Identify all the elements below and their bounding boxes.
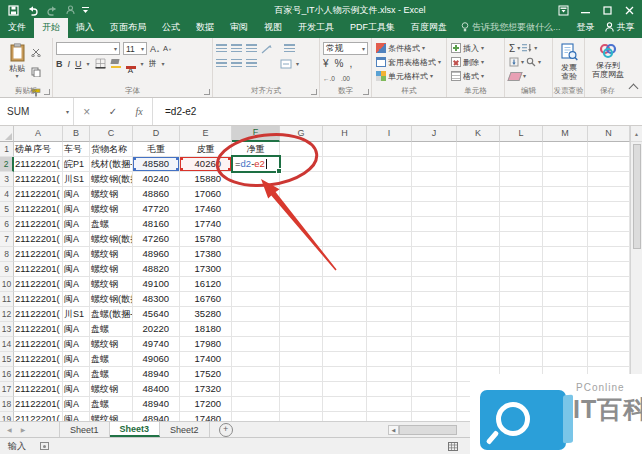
cell-G5[interactable] [280, 202, 323, 217]
cell-D11[interactable]: 48300 [133, 292, 180, 307]
cell-N12[interactable] [588, 307, 630, 322]
cell-H2[interactable] [323, 157, 367, 172]
cell-D18[interactable]: 48940 [133, 397, 180, 412]
cell-A12[interactable]: 21122201( [14, 307, 63, 322]
cell-C2[interactable]: 线材(散捆- [90, 157, 133, 172]
cell-M9[interactable] [543, 262, 588, 277]
cell-A5[interactable]: 21122201( [14, 202, 63, 217]
cell-B1[interactable]: 车号 [63, 142, 90, 157]
cell-M1[interactable] [543, 142, 588, 157]
cell-D9[interactable]: 48820 [133, 262, 180, 277]
row-header-4[interactable]: 4 [0, 187, 14, 202]
cell-F4[interactable] [232, 187, 280, 202]
cell-D4[interactable]: 48860 [133, 187, 180, 202]
cell-B4[interactable]: 闽A [63, 187, 90, 202]
cell-A16[interactable]: 21122201( [14, 367, 63, 382]
italic-button[interactable]: I [68, 59, 71, 69]
insert-function-icon[interactable]: fx [136, 106, 143, 117]
cell-I14[interactable] [367, 337, 412, 352]
cell-H7[interactable] [323, 232, 367, 247]
find-select-icon[interactable] [526, 53, 536, 71]
cell-E2[interactable]: 40260 [180, 157, 232, 172]
cell-D13[interactable]: 20220 [133, 322, 180, 337]
cell-I9[interactable] [367, 262, 412, 277]
cell-K14[interactable] [457, 337, 500, 352]
cell-B13[interactable]: 闽A [63, 322, 90, 337]
horizontal-scroll-thumb[interactable] [399, 425, 457, 435]
cell-G16[interactable] [280, 367, 323, 382]
cell-D10[interactable]: 49100 [133, 277, 180, 292]
cell-D2[interactable]: 48580 [133, 157, 180, 172]
cell-H18[interactable] [323, 397, 367, 412]
cell-F9[interactable] [232, 262, 280, 277]
phonetic-button[interactable]: 拼 [149, 58, 157, 69]
row-header-8[interactable]: 8 [0, 247, 14, 262]
row-header-14[interactable]: 14 [0, 337, 14, 352]
increase-decimal-icon[interactable]: ←.0 [323, 75, 335, 82]
cell-K12[interactable] [457, 307, 500, 322]
cell-C18[interactable]: 盘螺 [90, 397, 133, 412]
cell-E10[interactable]: 16120 [180, 277, 232, 292]
tab-页面布局[interactable]: 页面布局 [102, 18, 154, 38]
active-cell-editor[interactable]: =d2-e2 [231, 155, 281, 173]
cell-J4[interactable] [412, 187, 457, 202]
tab-文件[interactable]: 文件 [0, 18, 34, 38]
fill-color-icon[interactable] [111, 59, 121, 68]
cell-G6[interactable] [280, 217, 323, 232]
accounting-format-icon[interactable]: ¥ [323, 58, 329, 69]
row-header-18[interactable]: 18 [0, 397, 14, 412]
cell-N2[interactable] [588, 157, 630, 172]
cell-H17[interactable] [323, 382, 367, 397]
cell-H9[interactable] [323, 262, 367, 277]
cell-F12[interactable] [232, 307, 280, 322]
cell-I5[interactable] [367, 202, 412, 217]
align-left-icon[interactable] [216, 59, 227, 68]
tab-开发工具[interactable]: 开发工具 [290, 18, 342, 38]
cell-H5[interactable] [323, 202, 367, 217]
row-header-16[interactable]: 16 [0, 367, 14, 382]
cell-E9[interactable]: 17300 [180, 262, 232, 277]
cell-C13[interactable]: 盘螺 [90, 322, 133, 337]
cell-D15[interactable]: 49060 [133, 352, 180, 367]
cell-G2[interactable] [280, 157, 323, 172]
cell-N4[interactable] [588, 187, 630, 202]
invoice-check-button[interactable]: 发票 查验 [556, 41, 582, 82]
cancel-icon[interactable]: × [83, 105, 90, 119]
cell-L14[interactable] [500, 337, 543, 352]
cell-J14[interactable] [412, 337, 457, 352]
cell-G15[interactable] [280, 352, 323, 367]
cell-A1[interactable]: 磅单序号 [14, 142, 63, 157]
cell-B10[interactable]: 闽A [63, 277, 90, 292]
cell-M12[interactable] [543, 307, 588, 322]
ribbon-display-options-button[interactable] [552, 0, 574, 20]
borders-icon[interactable] [95, 55, 106, 73]
row-header-13[interactable]: 13 [0, 322, 14, 337]
cell-D7[interactable]: 47260 [133, 232, 180, 247]
cell-G7[interactable] [280, 232, 323, 247]
cell-D19[interactable]: 48940 [133, 412, 180, 421]
column-header-A[interactable]: A [14, 126, 63, 142]
fill-down-icon[interactable] [509, 53, 519, 71]
cell-I2[interactable] [367, 157, 412, 172]
cell-A17[interactable]: 21122201( [14, 382, 63, 397]
cell-F13[interactable] [232, 322, 280, 337]
cell-B14[interactable]: 闽A [63, 337, 90, 352]
cell-M11[interactable] [543, 292, 588, 307]
cell-J16[interactable] [412, 367, 457, 382]
cell-B19[interactable]: 闽A [63, 412, 90, 421]
cell-K8[interactable] [457, 247, 500, 262]
cell-J15[interactable] [412, 352, 457, 367]
cell-C1[interactable]: 货物名称 [90, 142, 133, 157]
vertical-scroll-thumb[interactable] [633, 144, 641, 249]
row-header-17[interactable]: 17 [0, 382, 14, 397]
cell-D14[interactable]: 49740 [133, 337, 180, 352]
bold-button[interactable]: B [56, 59, 63, 69]
cell-B11[interactable]: 闽A [63, 292, 90, 307]
cell-L3[interactable] [500, 172, 543, 187]
cell-G9[interactable] [280, 262, 323, 277]
cell-K1[interactable] [457, 142, 500, 157]
shrink-font-button[interactable]: A▼ [163, 44, 172, 53]
select-all-corner[interactable] [0, 126, 14, 142]
cell-I18[interactable] [367, 397, 412, 412]
tab-PDF工具集[interactable]: PDF工具集 [342, 18, 403, 38]
